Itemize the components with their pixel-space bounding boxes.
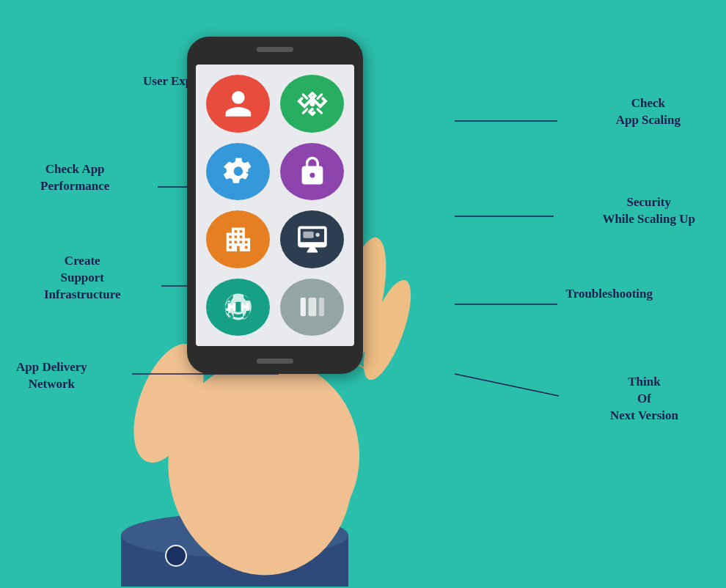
app-icon-scale[interactable]	[280, 75, 344, 133]
app-icon-building[interactable]	[206, 210, 270, 268]
svg-rect-15	[308, 298, 316, 316]
svg-rect-16	[318, 298, 323, 316]
app-icon-monitor[interactable]	[280, 210, 344, 268]
label-check-app-scaling: CheckApp Scaling	[616, 95, 681, 129]
app-icon-lock[interactable]	[280, 143, 344, 201]
svg-point-3	[166, 545, 186, 566]
phone-body	[187, 37, 363, 374]
svg-point-13	[315, 232, 319, 236]
phone-screen	[196, 65, 354, 346]
app-icon-user[interactable]	[206, 75, 270, 133]
label-check-app-performance: Check AppPerformance	[40, 161, 109, 195]
svg-point-11	[309, 101, 315, 106]
app-icon-gear[interactable]	[206, 143, 270, 201]
app-icon-network[interactable]	[206, 279, 270, 337]
label-think-of-next-version: ThinkOfNext Version	[610, 374, 678, 425]
svg-rect-12	[303, 231, 313, 238]
label-troubleshooting: Troubleshooting	[566, 286, 653, 303]
app-icon-version[interactable]	[280, 279, 344, 337]
label-security-while-scaling: SecurityWhile Scaling Up	[602, 194, 695, 228]
label-app-delivery-network: App DeliveryNetwork	[16, 359, 87, 393]
phone-speaker-top	[257, 47, 293, 52]
svg-rect-14	[300, 298, 305, 316]
phone-speaker-bottom	[257, 359, 293, 364]
